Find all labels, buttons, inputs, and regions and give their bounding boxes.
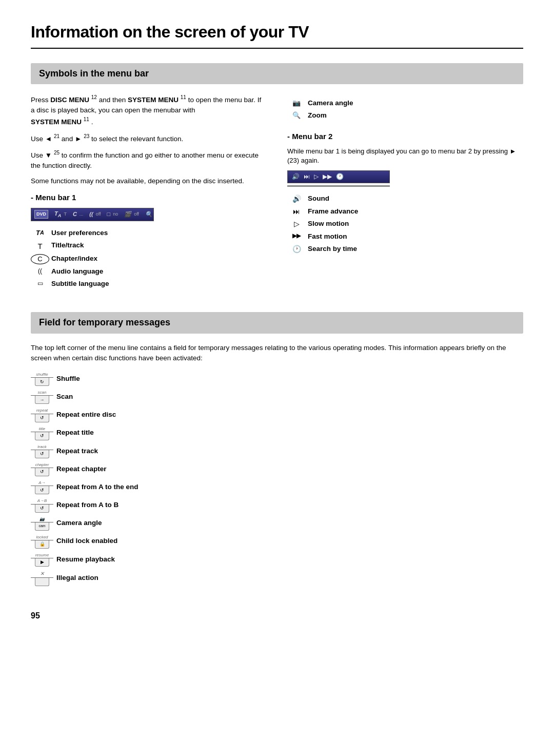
menubar2-symbol-list: 🔊 Sound ⏭ Frame advance ▷ Slow motion ▶▶… — [287, 194, 523, 254]
menubar2-note: While menu bar 1 is being displayed you … — [287, 147, 523, 165]
zoom-label: Zoom — [308, 111, 327, 121]
list-item: 📷 cam Camera angle — [31, 516, 523, 531]
field-header: Field for temporary messages — [31, 312, 523, 333]
repeat-a-end-icon: A→ ↺ — [31, 480, 53, 494]
mb2-time-icon: 🕐 — [336, 172, 344, 181]
illegal-action-label: Illegal action — [56, 573, 98, 583]
symbols-left-col: Press DISC MENU 12 and then SYSTEM MENU … — [31, 93, 267, 294]
fast-motion-label: Fast motion — [308, 232, 347, 242]
mb-icon-sub: □ — [107, 210, 111, 218]
sound-label: Sound — [308, 194, 329, 204]
list-item: 🔍 Zoom — [287, 111, 523, 121]
right-extra-list: 📷 Camera angle 🔍 Zoom — [287, 99, 523, 121]
menubar2-image: 🔊 ⏭ ▷ ▶▶ 🕐 — [287, 170, 390, 183]
list-item: C Chapter/index — [31, 254, 267, 264]
user-pref-icon: TA — [31, 228, 49, 238]
symbols-section: Symbols in the menu bar Press DISC MENU … — [31, 63, 523, 294]
menubar1-symbol-list: TA User preferences T Title/track C Chap… — [31, 228, 267, 289]
scan-icon: scan → — [31, 390, 53, 404]
repeat-ab-icon: A→B ↺ — [31, 498, 53, 512]
list-item: locked 🔒 Child lock enabled — [31, 534, 523, 549]
list-item: chapter ↺ Repeat chapter — [31, 462, 523, 476]
page-title: Information on the screen of your TV — [31, 21, 523, 44]
camera-angle-icon: 📷 — [287, 99, 306, 108]
mb-icon-ta: TA — [54, 210, 61, 219]
menubar1-title: - Menu bar 1 — [31, 192, 267, 203]
list-item: title ↺ Repeat title — [31, 426, 523, 440]
title-icon: T — [31, 241, 49, 251]
audio-label: Audio language — [51, 267, 103, 277]
zoom-icon: 🔍 — [287, 111, 306, 120]
list-item: A→ ↺ Repeat from A to the end — [31, 480, 523, 494]
mb-icon-extra: 🎬 — [124, 210, 131, 218]
frame-advance-icon: ⏭ — [287, 207, 306, 217]
menubar2-underline — [287, 185, 390, 187]
list-item: T Title/track — [31, 241, 267, 251]
mb2-sound-icon: 🔊 — [292, 172, 300, 181]
chapter-label: Chapter/index — [51, 254, 97, 264]
repeat-disc-icon: repeat ↺ — [31, 408, 53, 422]
repeat-chapter-icon: chapter ↺ — [31, 462, 53, 476]
title-label: Title/track — [51, 241, 84, 250]
mb-icon-c: C — [73, 210, 77, 218]
user-pref-label: User preferences — [51, 228, 108, 238]
intro-paragraph-3: Use ▼ 25 to confirm the function and go … — [31, 149, 267, 171]
fast-motion-icon: ▶▶ — [287, 232, 306, 240]
resume-playback-label: Resume playback — [56, 555, 115, 565]
camera-angle-field-icon: 📷 cam — [31, 516, 53, 531]
list-item: A→B ↺ Repeat from A to B — [31, 498, 523, 512]
subtitle-label: Subtitle language — [51, 279, 109, 289]
intro-paragraph-4: Some functions may not be available, dep… — [31, 176, 267, 186]
menubar2-title: - Menu bar 2 — [287, 131, 523, 142]
resume-playback-icon: resume ▶ — [31, 552, 53, 567]
repeat-title-icon: title ↺ — [31, 426, 53, 440]
repeat-title-label: Repeat title — [56, 428, 94, 438]
title-divider — [31, 48, 523, 49]
dvd-label: DVD — [34, 210, 48, 219]
repeat-a-end-label: Repeat from A to the end — [56, 482, 138, 492]
symbols-header: Symbols in the menu bar — [31, 63, 523, 84]
repeat-track-icon: track ↺ — [31, 444, 53, 458]
search-by-time-label: Search by time — [308, 244, 357, 254]
child-lock-label: Child lock enabled — [56, 536, 117, 546]
list-item: ✕ Illegal action — [31, 570, 523, 586]
list-item: ▷ Slow motion — [287, 219, 523, 229]
camera-angle-field-label: Camera angle — [56, 518, 102, 528]
child-lock-icon: locked 🔒 — [31, 534, 53, 549]
mb-icon-search: 🔍 — [145, 210, 152, 218]
list-item: 🕐 Search by time — [287, 244, 523, 255]
list-item: track ↺ Repeat track — [31, 444, 523, 458]
page-number: 95 — [31, 610, 523, 622]
list-item: 🔊 Sound — [287, 194, 523, 204]
repeat-ab-label: Repeat from A to B — [56, 500, 118, 510]
mb2-slow-icon: ▷ — [314, 172, 319, 181]
symbols-content: Press DISC MENU 12 and then SYSTEM MENU … — [31, 93, 523, 294]
slow-motion-label: Slow motion — [308, 219, 349, 229]
repeat-disc-label: Repeat entire disc — [56, 410, 116, 420]
field-items-list: shuffle ↻ Shuffle scan → Scan repeat ↺ R… — [31, 372, 523, 590]
search-by-time-icon: 🕐 — [287, 244, 306, 255]
shuffle-icon: shuffle ↻ — [31, 372, 53, 386]
intro-paragraph-1: Press DISC MENU 12 and then SYSTEM MENU … — [31, 93, 267, 127]
mb2-fast-icon: ▶▶ — [323, 172, 332, 181]
list-item: repeat ↺ Repeat entire disc — [31, 408, 523, 422]
scan-label: Scan — [56, 392, 73, 402]
list-item: ⏭ Frame advance — [287, 207, 523, 217]
slow-motion-icon: ▷ — [287, 219, 306, 229]
list-item: scan → Scan — [31, 390, 523, 404]
list-item: (( Audio language — [31, 267, 267, 277]
mb-icon-audio: (( — [89, 210, 93, 218]
frame-advance-label: Frame advance — [308, 207, 358, 217]
camera-angle-label: Camera angle — [308, 99, 353, 108]
shuffle-label: Shuffle — [56, 374, 80, 384]
list-item: 📷 Camera angle — [287, 99, 523, 108]
field-intro: The top left corner of the menu line con… — [31, 343, 523, 364]
audio-icon: (( — [31, 267, 49, 276]
symbols-right-col: 📷 Camera angle 🔍 Zoom - Menu bar 2 While… — [287, 93, 523, 294]
list-item: ▭ Subtitle language — [31, 279, 267, 289]
list-item: resume ▶ Resume playback — [31, 552, 523, 567]
repeat-track-label: Repeat track — [56, 447, 98, 456]
chapter-icon: C — [31, 254, 49, 264]
subtitle-icon: ▭ — [31, 279, 49, 288]
field-section: Field for temporary messages The top lef… — [31, 312, 523, 590]
